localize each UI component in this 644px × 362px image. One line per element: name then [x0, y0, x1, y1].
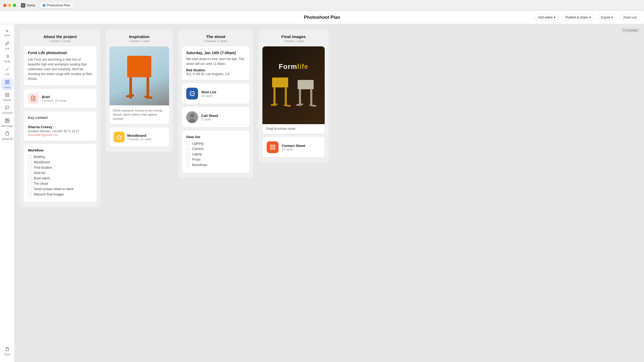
tab-home[interactable]: M Home	[18, 2, 38, 8]
gear-item-camera[interactable]: Camera	[186, 147, 245, 151]
sidebar-item-upload-file[interactable]: Upload file	[1, 130, 13, 142]
svg-rect-41	[309, 104, 316, 107]
svg-rect-10	[5, 83, 7, 84]
card-moodboard[interactable]: Moodboard 3 boards, 11 cards	[109, 127, 169, 147]
comment-icon	[5, 106, 9, 111]
label-the-shoot: The shoot	[34, 182, 48, 186]
checkbox-laptop[interactable]	[186, 152, 190, 156]
workflow-item-3[interactable]: Shot list	[28, 171, 92, 175]
workflow-item-7[interactable]: Retouch final images	[28, 193, 92, 196]
checkbox-the-shoot[interactable]	[28, 182, 32, 186]
checkbox-camera[interactable]	[186, 147, 190, 151]
tab-active[interactable]: Photoshoot Plan	[40, 3, 73, 8]
checkbox-retouch[interactable]	[28, 193, 32, 196]
key-contact-heading: Key contact	[28, 116, 92, 120]
board-inspiration-header: Inspiration 1 board, 1 card	[109, 34, 169, 43]
contact-name: Sharna Creevy	[28, 125, 92, 129]
workflow-item-4[interactable]: Book talent	[28, 176, 92, 180]
note-icon: ≡	[6, 29, 8, 34]
workflow-item-0[interactable]: Briefing	[28, 155, 92, 159]
label-camera: Camera	[192, 147, 204, 151]
card-shot-list[interactable]: Shot List 18 cards	[182, 83, 250, 104]
checkbox-shot-list[interactable]	[28, 171, 32, 175]
traffic-lights	[3, 4, 16, 7]
shoot-address: 911 S Hill St, Los Angeles, CA	[186, 72, 245, 76]
checkbox-lighting[interactable]	[186, 142, 190, 145]
shoot-location-name: Red Studios	[186, 68, 245, 72]
checkbox-props[interactable]	[186, 158, 190, 161]
call-sheet-title: Call Sheet	[201, 114, 218, 118]
sidebar-item-line[interactable]: Line	[1, 65, 13, 77]
svg-line-6	[6, 68, 8, 70]
gear-item-backdrops[interactable]: Backdrops	[186, 163, 245, 167]
inspiration-comment: Client comment: I'd love to see strong, …	[113, 109, 166, 121]
sidebar-label-link: Link	[5, 47, 9, 50]
svg-rect-42	[270, 145, 272, 147]
sidebar-item-note[interactable]: ≡ Note	[1, 27, 13, 39]
shot-list-icon	[186, 88, 198, 99]
sidebar-item-trash[interactable]: Trash	[1, 345, 13, 357]
export-button[interactable]: Export ▾	[598, 14, 616, 21]
checkbox-briefing[interactable]	[28, 155, 32, 159]
gear-item-lighting[interactable]: Lighting	[186, 142, 245, 145]
card-date-location: Saturday, Jan 14th (7:00am) We start dea…	[182, 46, 250, 80]
label-send-contact-sheet: Send contact sheet to client	[34, 187, 73, 191]
sidebar-label-column: Column	[3, 99, 11, 101]
formlife-logo-part1: Form	[279, 62, 297, 71]
tab-dot-icon	[43, 4, 45, 7]
label-retouch: Retouch final images	[34, 193, 64, 196]
checkbox-moodboard[interactable]	[28, 160, 32, 164]
workflow-item-6[interactable]: Send contact sheet to client	[28, 187, 92, 191]
sidebar-label-line: Line	[5, 73, 9, 76]
sidebar-item-comment[interactable]: Comment	[1, 104, 13, 116]
card-call-sheet[interactable]: Call Sheet 3 cards	[182, 107, 250, 127]
tab-active-label: Photoshoot Plan	[47, 3, 70, 7]
gear-item-laptop[interactable]: Laptop	[186, 152, 245, 156]
publish-share-button[interactable]: Publish & share ▾	[563, 14, 594, 21]
sidebar-item-todo[interactable]: To-do	[1, 53, 13, 64]
toolbar-actions: Add editor ▾ Publish & share ▾ Export ▾ …	[535, 14, 640, 21]
upload-file-icon	[5, 131, 9, 137]
sidebar-label-add-image: Add image	[1, 125, 13, 127]
board-about: About the project 1 board, 2 cards Form …	[20, 29, 100, 207]
label-briefing: Briefing	[34, 155, 45, 159]
final-caption: Final brochure cover	[266, 127, 321, 131]
brief-info: Brief 2 boards, 14 cards	[42, 95, 66, 102]
workflow-item-5[interactable]: The shoot	[28, 182, 92, 186]
gear-item-props[interactable]: Props	[186, 158, 245, 161]
sidebar-item-column[interactable]: Column	[1, 91, 13, 103]
card-gear-list: Gear list Lighting Camera Laptop Props B…	[182, 131, 250, 173]
label-backdrops: Backdrops	[192, 163, 207, 167]
close-button[interactable]	[3, 4, 6, 7]
sidebar-item-add-image[interactable]: Add image	[1, 117, 13, 129]
svg-rect-44	[270, 148, 272, 149]
board-shoot-header: The shoot 2 boards, 2 cards	[182, 34, 250, 43]
workflow-item-2[interactable]: Find location	[28, 166, 92, 169]
card-brief[interactable]: Brief 2 boards, 14 cards	[24, 89, 97, 108]
svg-rect-12	[8, 93, 9, 97]
sidebar-item-link[interactable]: Link	[1, 40, 13, 51]
checkbox-backdrops[interactable]	[186, 163, 190, 167]
svg-rect-35	[284, 104, 291, 107]
checkbox-book-talent[interactable]	[28, 176, 32, 180]
card-contact-sheet[interactable]: Contact Sheet 13 cards	[262, 137, 325, 157]
add-editor-button[interactable]: Add editor ▾	[535, 14, 558, 21]
workflow-item-1[interactable]: Moodboard	[28, 160, 92, 164]
fullscreen-button[interactable]	[13, 4, 16, 7]
checkbox-find-location[interactable]	[28, 166, 32, 169]
label-moodboard: Moodboard	[34, 160, 50, 164]
checkbox-send-contact-sheet[interactable]	[28, 187, 32, 191]
contact-sheet-icon	[267, 141, 279, 153]
moodboard-info: Moodboard 3 boards, 11 cards	[127, 134, 152, 141]
zoom-out-button[interactable]: Zoom out	[620, 14, 640, 21]
minimize-button[interactable]	[8, 4, 11, 7]
brief-card-inner: Brief 2 boards, 14 cards	[28, 93, 92, 104]
contact-email[interactable]: sharna987@gmail.com	[28, 133, 92, 136]
svg-rect-9	[8, 83, 9, 84]
orange-chair-svg	[122, 50, 157, 101]
contact-sheet-info: Contact Sheet 13 cards	[282, 144, 305, 151]
call-sheet-icon	[186, 111, 198, 123]
shoot-date: Saturday, Jan 14th (7:00am)	[186, 51, 245, 55]
sidebar-item-board[interactable]: Board	[1, 78, 13, 90]
contact-sheet-title: Contact Sheet	[282, 144, 305, 148]
